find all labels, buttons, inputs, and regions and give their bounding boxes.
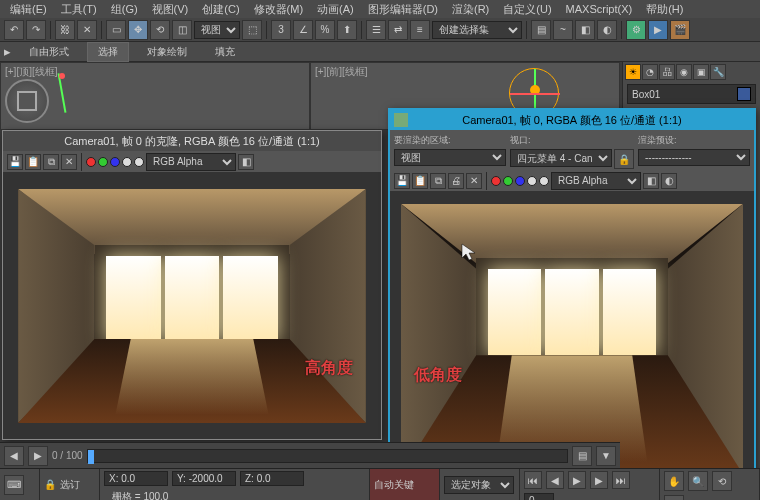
rotate-button[interactable]: ⟲ [150,20,170,40]
ribbon-freeform[interactable]: 自由形式 [19,43,79,61]
object-name-field[interactable]: Box01 [627,84,756,104]
timeline-track[interactable] [87,449,568,463]
menu-view[interactable]: 视图(V) [146,1,195,18]
rw2-green-channel[interactable] [503,176,513,186]
selection-set-select[interactable]: 创建选择集 [432,21,522,39]
display-tab[interactable]: ▣ [693,64,709,80]
render-setup[interactable]: ⚙ [626,20,646,40]
move-button[interactable]: ✥ [128,20,148,40]
create-tab[interactable]: ☀ [625,64,641,80]
rw2-clone[interactable]: ⧉ [430,173,446,189]
rw2-clear[interactable]: ✕ [466,173,482,189]
rw1-green-channel[interactable] [98,157,108,167]
menu-group[interactable]: 组(G) [105,1,144,18]
rw2-channel-select[interactable]: RGB Alpha [551,172,641,190]
ribbon-select[interactable]: 选择 [87,42,129,62]
prev-frame[interactable]: ◀ [546,471,564,489]
unlink-button[interactable]: ✕ [77,20,97,40]
rw2-print[interactable]: 🖨 [448,173,464,189]
pan-view[interactable]: ✋ [664,471,684,491]
render2-area-select[interactable]: 视图 [394,149,506,166]
utilities-tab[interactable]: 🔧 [710,64,726,80]
coord-y[interactable]: Y: -2000.0 [172,471,236,486]
menu-maxscript[interactable]: MAXScript(X) [560,2,639,16]
render2-viewport-select[interactable]: 四元菜单 4 - Can [510,149,612,167]
ribbon-expand[interactable]: ▸ [4,44,11,59]
schematic-button[interactable]: ◧ [575,20,595,40]
angle-snap[interactable]: ∠ [293,20,313,40]
rw2-blue-channel[interactable] [515,176,525,186]
render-window-active[interactable]: Camera01, 帧 0, RGBA 颜色 16 位/通道 (1:1) 要渲染… [388,108,756,488]
rw1-blue-channel[interactable] [110,157,120,167]
timeline-filter[interactable]: ▼ [596,446,616,466]
snap-toggle[interactable]: ⬚ [242,20,262,40]
render-frame[interactable]: ▶ [648,20,668,40]
rw1-clone[interactable]: ⧉ [43,154,59,170]
rw1-alpha-channel[interactable] [122,157,132,167]
hierarchy-tab[interactable]: 品 [659,64,675,80]
coord-x[interactable]: X: 0.0 [104,471,168,486]
goto-end[interactable]: ⏭ [612,471,630,489]
coord-select[interactable]: 视图 [194,21,240,39]
material-button[interactable]: ◐ [597,20,617,40]
render1-titlebar[interactable]: Camera01, 帧 0 的克隆, RGBA 颜色 16 位/通道 (1:1) [3,131,381,151]
coord-z[interactable]: Z: 0.0 [240,471,304,486]
rw1-clear[interactable]: ✕ [61,154,77,170]
rw1-overlay[interactable]: ◧ [238,154,254,170]
ribbon-populate[interactable]: 填充 [205,43,245,61]
object-color-swatch[interactable] [737,87,751,101]
rw1-red-channel[interactable] [86,157,96,167]
menu-graph[interactable]: 图形编辑器(D) [362,1,444,18]
mirror-button[interactable]: ⇄ [388,20,408,40]
ribbon-objpaint[interactable]: 对象绘制 [137,43,197,61]
viewport-top[interactable]: [+][顶][线框] [0,62,310,130]
render-production[interactable]: 🎬 [670,20,690,40]
rw2-save[interactable]: 💾 [394,173,410,189]
render2-lock-icon[interactable]: 🔒 [614,149,634,169]
rw2-toggle[interactable]: ◐ [661,173,677,189]
modify-tab[interactable]: ◔ [642,64,658,80]
menu-help[interactable]: 帮助(H) [640,1,689,18]
curve-editor[interactable]: ~ [553,20,573,40]
percent-snap[interactable]: % [315,20,335,40]
rw1-mono-channel[interactable] [134,157,144,167]
menu-render[interactable]: 渲染(R) [446,1,495,18]
menu-edit[interactable]: 编辑(E) [4,1,53,18]
render2-preset-select[interactable]: -------------- [638,149,750,166]
goto-start[interactable]: ⏮ [524,471,542,489]
menu-animation[interactable]: 动画(A) [311,1,360,18]
maxscript-mini[interactable]: ⌨ [4,475,24,495]
rw2-mono-channel[interactable] [539,176,549,186]
orbit-view[interactable]: ⟲ [712,471,732,491]
menu-modifiers[interactable]: 修改器(M) [248,1,310,18]
named-sel[interactable]: ☰ [366,20,386,40]
rw2-alpha-channel[interactable] [527,176,537,186]
render2-titlebar[interactable]: Camera01, 帧 0, RGBA 颜色 16 位/通道 (1:1) [390,110,754,130]
redo-button[interactable]: ↷ [26,20,46,40]
motion-tab[interactable]: ◉ [676,64,692,80]
viewcube-icon[interactable] [5,79,49,123]
next-frame[interactable]: ▶ [590,471,608,489]
render-window-clone[interactable]: Camera01, 帧 0 的克隆, RGBA 颜色 16 位/通道 (1:1)… [2,130,382,440]
play-button[interactable]: ▶ [568,471,586,489]
align-button[interactable]: ≡ [410,20,430,40]
timeline-open[interactable]: ▤ [572,446,592,466]
rw2-overlay[interactable]: ◧ [643,173,659,189]
selection-lock[interactable]: 🔒 [44,479,56,490]
layer-button[interactable]: ▤ [531,20,551,40]
menu-create[interactable]: 创建(C) [196,1,245,18]
timeline-prev[interactable]: ◀ [4,446,24,466]
snap-3d[interactable]: 3 [271,20,291,40]
current-frame[interactable]: 0 [524,493,554,500]
menu-tools[interactable]: 工具(T) [55,1,103,18]
undo-button[interactable]: ↶ [4,20,24,40]
spinner-snap[interactable]: ⬆ [337,20,357,40]
menu-customize[interactable]: 自定义(U) [497,1,557,18]
timeline-next[interactable]: ▶ [28,446,48,466]
autokey-toggle[interactable]: 自动关键 [374,478,414,492]
link-button[interactable]: ⛓ [55,20,75,40]
rw1-save[interactable]: 💾 [7,154,23,170]
zoom-view[interactable]: 🔍 [688,471,708,491]
timeline-marker[interactable] [88,450,94,464]
max-view[interactable]: ⛶ [664,495,684,500]
